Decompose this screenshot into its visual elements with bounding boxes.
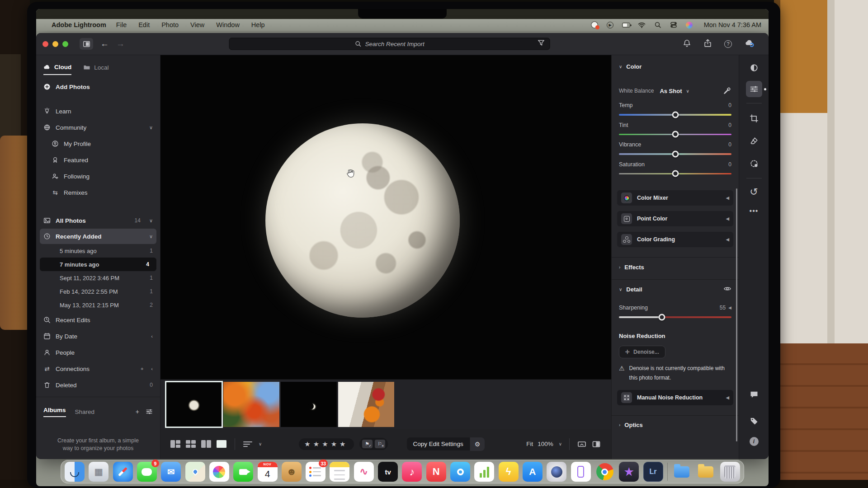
minimize-window-button[interactable] — [52, 41, 58, 47]
detail-section-header[interactable]: ∨ Detail — [612, 280, 739, 299]
menu-edit[interactable]: Edit — [138, 21, 150, 28]
effects-section-header[interactable]: › Effects — [612, 258, 739, 277]
date-group-7-minutes-ago[interactable]: 7 minutes ago4 — [40, 258, 156, 271]
color-mixer-button[interactable]: Color Mixer ◀ — [617, 190, 733, 206]
compare-view-button[interactable] — [201, 440, 211, 448]
notifications-bell-button[interactable] — [683, 39, 691, 49]
dock-maps-icon[interactable] — [185, 462, 205, 482]
sidebar-toggle-button[interactable] — [80, 38, 93, 50]
add-connection-icon[interactable]: + — [141, 366, 143, 371]
add-album-button[interactable]: + — [136, 408, 139, 415]
optics-section-header[interactable]: › Optics — [612, 416, 739, 435]
dock-calendar-icon[interactable]: NOV4 — [258, 462, 278, 482]
search-input[interactable]: Search Recent Import — [229, 38, 550, 50]
app-menu-title[interactable]: Adobe Lightroom — [52, 21, 106, 28]
sidebar-item-recently-added[interactable]: Recently Added ∨ — [40, 229, 156, 244]
help-button[interactable]: ? — [724, 40, 732, 48]
expand-triangle-icon[interactable]: ◀ — [728, 305, 731, 310]
flag-reject-button[interactable]: ⚐✕ — [375, 440, 385, 448]
detail-view-button[interactable] — [217, 440, 226, 448]
photo-grid-view-button[interactable] — [170, 440, 180, 448]
tab-cloud[interactable]: Cloud — [43, 63, 71, 75]
sidebar-item-following[interactable]: Following — [36, 168, 160, 184]
date-group-may-13-2021[interactable]: May 13, 2021 2:15 PM2 — [36, 298, 160, 312]
sort-albums-button[interactable] — [146, 408, 153, 415]
filter-funnel-button[interactable] — [537, 39, 545, 49]
dock-find-my-icon[interactable] — [450, 462, 470, 482]
sidebar-item-community[interactable]: Community ∨ — [36, 119, 160, 136]
sidebar-item-people[interactable]: People — [36, 344, 160, 361]
color-section-header[interactable]: ∨ Color — [612, 55, 739, 74]
manual-noise-reduction-button[interactable]: Manual Noise Reduction ◀ — [617, 390, 733, 405]
vibrance-slider[interactable] — [619, 153, 731, 155]
edit-settings-gear-button[interactable]: ⚙ — [470, 437, 485, 451]
dock-chart-app-icon[interactable] — [474, 462, 494, 482]
filmstrip-thumb-crescent[interactable] — [281, 382, 337, 427]
tint-slider[interactable] — [619, 134, 731, 136]
media-circle-icon[interactable]: ▶ — [606, 21, 614, 29]
star-icons[interactable]: ★★★★★ — [304, 440, 348, 448]
masking-tool-button[interactable] — [746, 155, 762, 172]
dock-tips-icon[interactable]: ϟ — [499, 462, 519, 482]
panel-scrollbar[interactable] — [736, 188, 738, 441]
info-button[interactable]: i — [746, 433, 762, 450]
dock-apple-tv-icon[interactable]: tv — [378, 462, 398, 482]
point-color-button[interactable]: Point Color ◀ — [617, 211, 733, 226]
battery-icon[interactable] — [622, 21, 630, 29]
zoom-window-button[interactable] — [62, 41, 68, 47]
menu-bar-clock[interactable]: Mon Nov 4 7:36 AM — [704, 21, 761, 28]
dock-messages-icon[interactable]: 9 — [137, 462, 157, 482]
color-grading-button[interactable]: Color Grading ◀ — [617, 232, 733, 247]
dock-reminders-icon[interactable]: 33 — [306, 462, 326, 482]
filmstrip-thumb-foliage[interactable] — [223, 382, 279, 427]
dock-facetime-icon[interactable] — [233, 462, 253, 482]
menu-photo[interactable]: Photo — [161, 21, 179, 28]
dock-freeform-icon[interactable]: ∿ — [354, 462, 374, 482]
dock-app-store-icon[interactable]: A — [523, 462, 542, 482]
dock-photo-booth-icon[interactable] — [547, 462, 566, 482]
menu-help[interactable]: Help — [251, 21, 265, 28]
edit-sliders-button[interactable] — [746, 81, 762, 97]
sidebar-item-all-photos[interactable]: All Photos 14 ∨ — [36, 212, 160, 229]
eye-icon[interactable] — [723, 285, 731, 294]
dock-iphone-mirroring-icon[interactable] — [571, 462, 591, 482]
control-center-icon[interactable] — [670, 21, 678, 29]
flag-pick-button[interactable]: ⚑✓ — [362, 440, 373, 448]
dock-chrome-icon[interactable] — [595, 462, 615, 482]
temp-slider[interactable] — [619, 114, 731, 116]
sidebar-item-deleted[interactable]: Deleted 0 — [36, 377, 160, 393]
back-button[interactable]: ← — [100, 39, 109, 49]
sidebar-item-my-profile[interactable]: My Profile — [36, 136, 160, 152]
history-button[interactable]: ↺ — [746, 184, 762, 200]
dock-safari-icon[interactable] — [113, 462, 133, 482]
spotlight-search-icon[interactable] — [654, 21, 662, 29]
temp-slider-knob[interactable] — [672, 111, 679, 118]
dock-trash-icon[interactable] — [720, 462, 740, 482]
loupe-view-image[interactable] — [160, 55, 611, 379]
sidebar-item-recent-edits[interactable]: Recent Edits — [36, 312, 160, 328]
sidebar-item-learn[interactable]: Learn — [36, 103, 160, 119]
sidebar-item-remixes[interactable]: ⇆ Remixes — [36, 184, 160, 201]
dock-photos-icon[interactable] — [209, 462, 229, 482]
creative-cloud-icon[interactable] — [590, 21, 599, 29]
tab-shared[interactable]: Shared — [75, 408, 95, 415]
dock-folder-blue-icon[interactable] — [672, 462, 692, 482]
filmstrip-thumb-moon[interactable] — [166, 382, 222, 427]
dock-finder-icon[interactable] — [65, 462, 85, 482]
filmstrip-thumb-porch[interactable] — [338, 382, 394, 427]
copy-edit-settings-button[interactable]: Copy Edit Settings — [407, 437, 470, 450]
sort-order-button[interactable] — [243, 441, 252, 447]
date-group-feb-14-2022[interactable]: Feb 14, 2022 2:55 PM1 — [36, 285, 160, 298]
vibrance-slider-knob[interactable] — [672, 150, 679, 157]
tab-albums[interactable]: Albums — [43, 407, 66, 417]
close-window-button[interactable] — [42, 41, 48, 47]
date-group-sept-11-2022[interactable]: Sept 11, 2022 3:46 PM1 — [36, 271, 160, 285]
zoom-level-value[interactable]: 100% — [538, 441, 553, 447]
dock-music-icon[interactable]: ♪ — [402, 462, 422, 482]
dock-contacts-icon[interactable]: ☻ — [282, 462, 302, 482]
forward-button[interactable]: → — [116, 39, 125, 49]
dock-mail-icon[interactable]: ✉ — [161, 462, 181, 482]
wifi-icon[interactable] — [638, 21, 646, 29]
tint-slider-knob[interactable] — [672, 131, 679, 138]
crop-tool-button[interactable] — [746, 110, 762, 127]
